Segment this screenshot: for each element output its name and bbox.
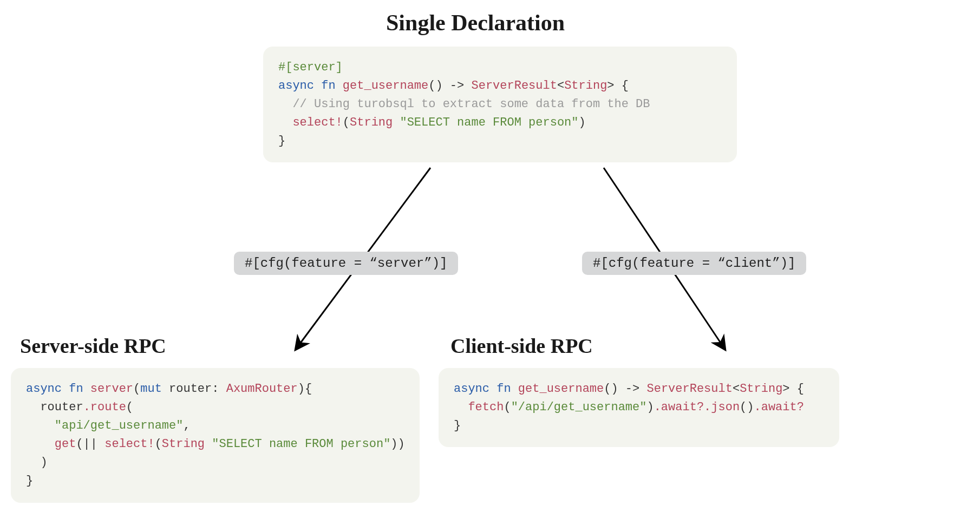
code-token: ): [579, 116, 586, 129]
code-token: router: [162, 382, 212, 396]
code-token: (: [343, 116, 350, 129]
code-token: > {: [782, 382, 804, 396]
code-token: get: [26, 437, 76, 451]
code-token: <: [733, 382, 740, 396]
code-token: (): [740, 401, 754, 414]
code-token: async fn: [26, 382, 83, 396]
code-token: String: [162, 437, 205, 451]
code-token: #[server]: [278, 61, 343, 74]
code-token: (: [133, 382, 140, 396]
code-token: String: [740, 382, 782, 396]
code-token: String: [350, 116, 393, 129]
code-token: .route: [83, 401, 126, 414]
code-token: > {: [607, 79, 629, 93]
cfg-label-server: #[cfg(feature = “server”)]: [234, 252, 458, 275]
diagram-title: Single Declaration: [386, 10, 565, 36]
code-token: ServerResult: [471, 79, 557, 93]
code-token: .await?.json: [654, 401, 740, 414]
code-token: "api/get_username": [26, 419, 183, 432]
code-token: }: [26, 474, 33, 488]
code-token: .await?: [754, 401, 804, 414]
code-token: }: [454, 419, 461, 432]
code-token: (||: [76, 437, 104, 451]
code-token: mut: [140, 382, 162, 396]
code-token: "SELECT name FROM person": [393, 116, 578, 129]
code-token: async fn: [454, 382, 511, 396]
code-token: server: [83, 382, 133, 396]
code-token: (: [126, 401, 133, 414]
code-token: // Using turobsql to extract some data f…: [278, 97, 650, 111]
code-token: ServerResult: [646, 382, 732, 396]
code-token: "/api/get_username": [511, 401, 647, 414]
code-token: "SELECT name FROM person": [205, 437, 390, 451]
cfg-label-client: #[cfg(feature = “client”)]: [582, 252, 806, 275]
code-token: String: [564, 79, 607, 93]
code-token: (: [504, 401, 511, 414]
code-token: ){: [298, 382, 312, 396]
left-title: Server-side RPC: [20, 334, 166, 358]
code-token: get_username: [336, 79, 429, 93]
right-code-block: async fn get_username() -> ServerResult<…: [439, 368, 839, 447]
code-token: select!: [278, 116, 343, 129]
code-token: :: [212, 382, 226, 396]
code-token: router: [26, 401, 83, 414]
code-token: ,: [183, 419, 190, 432]
code-token: ): [646, 401, 654, 414]
code-token: (: [155, 437, 162, 451]
code-token: get_username: [511, 382, 604, 396]
code-token: async fn: [278, 79, 336, 93]
code-token: }: [278, 134, 285, 148]
code-token: <: [557, 79, 564, 93]
code-token: fetch: [454, 401, 504, 414]
top-code-block: #[server] async fn get_username() -> Ser…: [263, 47, 737, 162]
code-token: AxumRouter: [226, 382, 298, 396]
code-token: select!: [104, 437, 154, 451]
code-token: )): [390, 437, 404, 451]
code-token: ): [26, 456, 48, 469]
code-token: () ->: [604, 382, 646, 396]
code-token: () ->: [428, 79, 471, 93]
left-code-block: async fn server(mut router: AxumRouter){…: [11, 368, 420, 503]
right-title: Client-side RPC: [450, 334, 593, 358]
